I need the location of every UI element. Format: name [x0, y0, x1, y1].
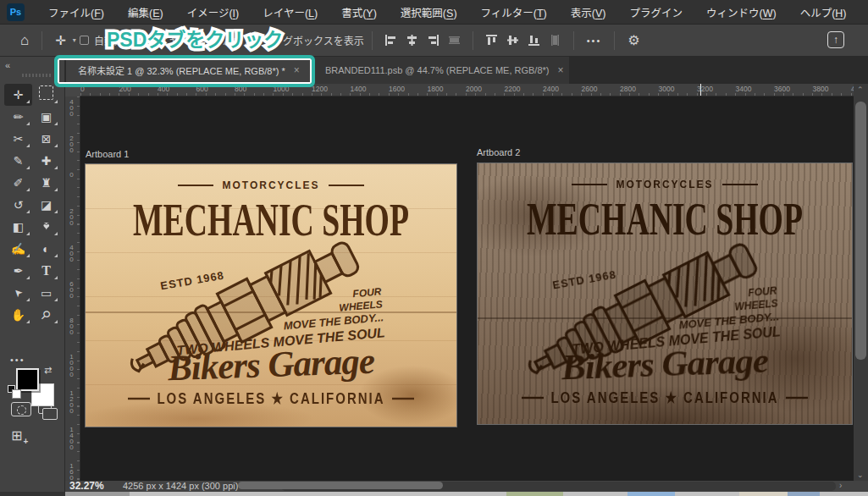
gradient-tool[interactable]: ◧ — [4, 216, 32, 238]
ruler-label: 800 — [235, 85, 246, 93]
dodge-tool[interactable]: ◐ — [32, 238, 60, 260]
pen-tool[interactable]: ✒ — [4, 260, 32, 282]
more-options-button[interactable]: ••• — [582, 36, 607, 46]
artboard-1[interactable]: MOTORCYCLES MECHANIC SHOP ESTD 1968 — [85, 163, 457, 427]
horizontal-scrollbar-thumb[interactable] — [238, 482, 443, 489]
ruler-label: 600 — [68, 280, 75, 298]
menu-item-plugins[interactable]: プラグイン — [617, 4, 694, 20]
menu-item-window[interactable]: ウィンドウ(W) — [694, 4, 788, 20]
gear-icon[interactable]: ⚙ — [622, 32, 644, 48]
tools-panel: « ✛✏▣✂⊠✎✚✐♜↺◪◧♠✍◐✒T➤▭✋⚲ ••• ⇄ ⊞ — [0, 57, 65, 492]
divider — [573, 31, 574, 50]
menu-item-type[interactable]: 書式(Y) — [329, 4, 389, 20]
auto-select-checkbox[interactable] — [80, 36, 89, 45]
mixer-brush-tool[interactable]: ✍ — [4, 238, 32, 260]
ruler-label: 2800 — [620, 85, 636, 93]
ruler-label: 1800 — [428, 85, 444, 93]
artboard-1-label[interactable]: Artboard 1 — [86, 149, 129, 159]
eyedropper-tool[interactable]: ✎ — [4, 150, 32, 172]
ruler-label: 2600 — [582, 85, 598, 93]
chevron-down-icon[interactable]: ▾ — [191, 36, 195, 44]
menu-item-view[interactable]: 表示(V) — [559, 4, 618, 20]
scroll-down-icon[interactable]: ⌄ — [857, 471, 864, 479]
align-middle-vertical-icon[interactable] — [506, 34, 519, 47]
ruler-label: 3200 — [697, 85, 713, 93]
type-tool[interactable]: T — [32, 260, 60, 282]
align-left-icon[interactable] — [384, 34, 397, 47]
divider — [372, 31, 373, 50]
close-icon[interactable]: × — [294, 64, 300, 76]
shapes-home-icon[interactable]: ⊞ — [11, 427, 22, 444]
menu-bar: Ps ファイル(F)編集(E)イメージ(I)レイヤー(L)書式(Y)選択範囲(S… — [0, 0, 868, 25]
hand-tool[interactable]: ✋ — [4, 304, 32, 326]
distribute-horizontal-icon[interactable] — [448, 34, 461, 47]
default-colors-icon[interactable] — [8, 385, 15, 393]
scroll-right-icon[interactable]: › — [839, 481, 842, 490]
horizontal-ruler[interactable]: 0200400600800100012001400160018002000220… — [65, 84, 854, 96]
ruler-label: 3600 — [774, 85, 790, 93]
auto-select-label: 自動選択: — [94, 33, 137, 47]
ruler-label: 1000 — [68, 353, 75, 377]
marquee-tool[interactable] — [32, 84, 60, 106]
crop-tool[interactable]: ✂ — [4, 128, 32, 150]
clone-stamp-tool[interactable]: ♜ — [32, 172, 60, 194]
zoom-tool[interactable]: ⚲ — [32, 304, 60, 326]
history-brush-tool[interactable]: ↺ — [4, 194, 32, 216]
swap-colors-icon[interactable]: ⇄ — [44, 365, 52, 376]
object-selection-tool[interactable]: ▣ — [32, 106, 60, 128]
close-icon[interactable]: × — [557, 64, 563, 76]
bounding-box-checkbox[interactable]: ✓ — [208, 36, 218, 45]
menu-item-edit[interactable]: 編集(E) — [116, 4, 175, 20]
menu-item-select[interactable]: 選択範囲(S) — [389, 4, 469, 20]
align-top-icon[interactable] — [485, 34, 498, 47]
selection-brush-tool[interactable]: ✏ — [4, 106, 32, 128]
share-icon[interactable]: ↑ — [827, 31, 844, 48]
layer-select-dropdown[interactable]: レイヤー — [149, 33, 190, 47]
artboard-2[interactable]: MOTORCYCLES MECHANIC SHOP ESTD 1968 — [477, 163, 853, 425]
menu-item-file[interactable]: ファイル(F) — [36, 4, 116, 20]
distribute-vertical-icon[interactable] — [549, 34, 561, 47]
edit-toolbar-button[interactable]: ••• — [10, 355, 25, 365]
quick-mask-button[interactable] — [11, 402, 31, 416]
menu-item-image[interactable]: イメージ(I) — [175, 4, 252, 20]
align-right-icon[interactable] — [427, 34, 440, 47]
vertical-ruler[interactable]: 40020002004006008001000120014001600 — [65, 96, 80, 481]
chevron-down-icon[interactable]: ▾ — [73, 36, 76, 44]
align-bottom-icon[interactable] — [528, 34, 540, 47]
home-icon[interactable]: ⌂ — [15, 32, 34, 49]
scroll-up-icon[interactable]: ⌃ — [857, 85, 864, 94]
eraser-tool[interactable]: ◪ — [32, 194, 60, 216]
canvas-area[interactable]: Artboard 1 Artboard 2 MOTORCYCLES MECHAN… — [80, 96, 854, 481]
menu-item-filter[interactable]: フィルター(T) — [469, 4, 559, 20]
zoom-level-field[interactable]: 32.27% — [69, 480, 104, 492]
shape-tool[interactable]: ▭ — [32, 282, 60, 304]
divider — [41, 31, 42, 50]
path-selection-tool[interactable]: ➤ — [4, 282, 32, 304]
move-tool[interactable]: ✛ — [4, 84, 32, 106]
collapse-panel-button[interactable]: « — [5, 60, 10, 70]
ruler-label: 200 — [68, 207, 75, 225]
document-tab[interactable]: BRANDED111.psb @ 44.7% (REPLACE ME, RGB/… — [313, 57, 569, 84]
vertical-scrollbar-thumb[interactable] — [855, 102, 866, 360]
blur-tool[interactable]: ♠ — [32, 216, 60, 238]
tab-label: BRANDED111.psb @ 44.7% (REPLACE ME, RGB/… — [325, 65, 549, 75]
menu-item-help[interactable]: ヘルプ(H) — [788, 4, 859, 20]
dock-footer — [0, 492, 65, 496]
ruler-label: 0 — [80, 85, 85, 93]
status-bar: 32.27% 4256 px x 1424 px (300 ppi) › ‹ › — [65, 481, 868, 492]
document-tab-active[interactable]: 名称未設定 1 @ 32.3% (REPLACE ME, RGB/8*) * × — [66, 57, 312, 84]
divider — [473, 31, 473, 50]
move-tool-preset-icon[interactable]: ✛ — [50, 33, 71, 48]
brush-tool[interactable]: ✐ — [4, 172, 32, 194]
healing-brush-tool[interactable]: ✚ — [32, 150, 60, 172]
poster-footer: LOS ANGELES ★ CALIFORNIA — [478, 389, 852, 407]
panel-grip[interactable] — [22, 74, 53, 77]
foreground-color-swatch[interactable] — [16, 368, 39, 391]
menu-item-layer[interactable]: レイヤー(L) — [251, 4, 329, 20]
photoshop-logo[interactable]: Ps — [7, 3, 25, 21]
artboard-2-label[interactable]: Artboard 2 — [477, 147, 520, 157]
vertical-scrollbar[interactable]: ⌃ ⌄ — [854, 84, 868, 481]
align-center-horizontal-icon[interactable] — [406, 34, 418, 47]
ruler-label: 1400 — [351, 85, 367, 93]
frame-tool[interactable]: ⊠ — [32, 128, 60, 150]
